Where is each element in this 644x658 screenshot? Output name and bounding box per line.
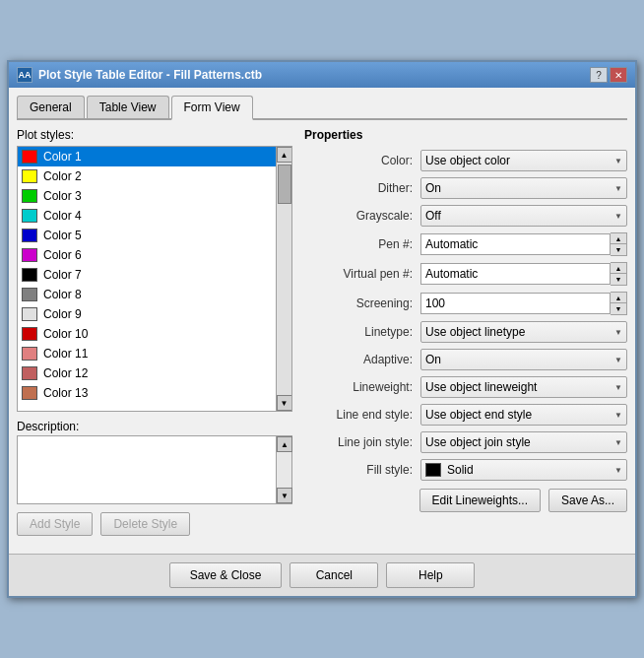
- prop-control: Use object join style▼: [420, 431, 627, 453]
- scroll-down-btn[interactable]: ▼: [277, 395, 292, 411]
- spin-down-btn[interactable]: ▼: [611, 303, 626, 314]
- list-item[interactable]: Color 12: [18, 363, 276, 383]
- list-item[interactable]: Color 6: [18, 245, 276, 265]
- prop-control: Use object end style▼: [420, 404, 627, 426]
- spin-up-btn[interactable]: ▲: [611, 233, 626, 244]
- spinner-input[interactable]: [420, 263, 611, 285]
- bottom-bar: Save & Close Cancel Help: [9, 554, 635, 596]
- spin-up-btn[interactable]: ▲: [611, 293, 626, 303]
- prop-control: Use object linetype▼: [420, 321, 627, 343]
- list-item[interactable]: Color 13: [18, 383, 276, 403]
- color-name: Color 12: [43, 366, 88, 380]
- property-dropdown[interactable]: Use object join style▼: [420, 431, 627, 453]
- color-swatch: [22, 327, 37, 341]
- save-close-button[interactable]: Save & Close: [169, 562, 283, 588]
- spin-down-btn[interactable]: ▼: [611, 274, 626, 285]
- prop-label: Pen #:: [304, 237, 413, 251]
- list-item[interactable]: Color 11: [18, 344, 276, 363]
- scroll-track: [277, 163, 291, 395]
- color-name: Color 8: [43, 288, 82, 301]
- property-dropdown[interactable]: Use object color▼: [420, 150, 627, 171]
- prop-label: Lineweight:: [304, 380, 413, 394]
- list-item[interactable]: Color 10: [18, 324, 276, 344]
- desc-scrollbar: ▲ ▼: [276, 436, 291, 503]
- prop-control: Use object color▼: [420, 150, 627, 171]
- prop-row: Pen #:▲▼: [304, 232, 627, 256]
- fill-style-dropdown[interactable]: Solid▼: [420, 459, 627, 481]
- list-item[interactable]: Color 1: [18, 147, 276, 166]
- color-swatch: [22, 288, 37, 301]
- style-button-row: Add Style Delete Style: [17, 512, 292, 536]
- list-item[interactable]: Color 7: [18, 265, 276, 285]
- spinner-input[interactable]: [420, 233, 611, 255]
- color-name: Color 4: [43, 209, 82, 223]
- spin-up-btn[interactable]: ▲: [611, 263, 626, 274]
- close-btn[interactable]: ✕: [610, 67, 627, 83]
- title-buttons: ? ✕: [590, 67, 627, 83]
- prop-row: Virtual pen #:▲▼: [304, 262, 627, 286]
- help-button[interactable]: Help: [386, 562, 475, 588]
- property-dropdown[interactable]: Use object linetype▼: [420, 321, 627, 343]
- prop-label: Linetype:: [304, 325, 413, 339]
- prop-row: Adaptive:On▼: [304, 349, 627, 370]
- list-item[interactable]: Color 2: [18, 166, 276, 186]
- prop-row: Fill style:Solid▼: [304, 459, 627, 481]
- color-name: Color 6: [43, 248, 82, 262]
- app-icon: AA: [17, 67, 32, 83]
- scroll-up-btn[interactable]: ▲: [277, 147, 292, 163]
- prop-label: Fill style:: [304, 463, 413, 477]
- dropdown-arrow-icon: ▼: [614, 411, 622, 420]
- property-dropdown[interactable]: On▼: [420, 349, 627, 370]
- prop-label: Line join style:: [304, 435, 413, 449]
- save-as-button[interactable]: Save As...: [548, 489, 627, 512]
- description-section: Description: ▲ ▼: [17, 420, 292, 504]
- help-title-btn[interactable]: ?: [590, 67, 608, 83]
- add-style-button[interactable]: Add Style: [17, 512, 93, 536]
- scroll-thumb[interactable]: [278, 164, 291, 204]
- dropdown-value: Use object end style: [425, 408, 532, 422]
- dropdown-arrow-icon: ▼: [614, 383, 622, 392]
- list-item[interactable]: Color 9: [18, 304, 276, 324]
- cancel-button[interactable]: Cancel: [290, 562, 378, 588]
- property-dropdown[interactable]: Use object lineweight▼: [420, 376, 627, 398]
- window-title: Plot Style Table Editor - Fill Patterns.…: [38, 68, 262, 82]
- desc-scroll-down[interactable]: ▼: [277, 488, 292, 503]
- list-item[interactable]: Color 8: [18, 285, 276, 304]
- list-item[interactable]: Color 4: [18, 206, 276, 226]
- property-dropdown[interactable]: Off▼: [420, 205, 627, 227]
- prop-label: Adaptive:: [304, 353, 413, 366]
- prop-control: ▲▼: [420, 232, 627, 256]
- tab-form-view[interactable]: Form View: [171, 96, 253, 120]
- desc-scroll-up[interactable]: ▲: [277, 436, 292, 452]
- tab-general[interactable]: General: [17, 96, 85, 118]
- fill-swatch: [425, 463, 441, 477]
- tab-table-view[interactable]: Table View: [87, 96, 169, 118]
- property-dropdown[interactable]: On▼: [420, 177, 627, 199]
- spinner-input[interactable]: [420, 293, 611, 314]
- list-item[interactable]: Color 3: [18, 186, 276, 206]
- prop-row: Color:Use object color▼: [304, 150, 627, 171]
- dropdown-value: Off: [425, 209, 441, 223]
- plot-styles-label: Plot styles:: [17, 128, 292, 142]
- main-area: Plot styles: Color 1Color 2Color 3Color …: [17, 128, 627, 536]
- prop-label: Virtual pen #:: [304, 267, 413, 281]
- list-item[interactable]: Color 5: [18, 226, 276, 245]
- main-window: AA Plot Style Table Editor - Fill Patter…: [7, 60, 637, 598]
- edit-lineweights-button[interactable]: Edit Lineweights...: [419, 489, 541, 512]
- color-swatch: [22, 248, 37, 262]
- color-swatch: [22, 268, 37, 282]
- property-dropdown[interactable]: Use object end style▼: [420, 404, 627, 426]
- color-name: Color 5: [43, 229, 82, 242]
- color-name: Color 2: [43, 169, 82, 183]
- properties-title: Properties: [304, 128, 627, 142]
- prop-row: Grayscale:Off▼: [304, 205, 627, 227]
- color-swatch: [22, 229, 37, 242]
- prop-control: ▲▼: [420, 292, 627, 315]
- delete-style-button[interactable]: Delete Style: [100, 512, 190, 536]
- color-name: Color 1: [43, 150, 82, 164]
- spin-down-btn[interactable]: ▼: [611, 244, 626, 255]
- fill-style-value: Solid: [447, 463, 474, 477]
- prop-control: Use object lineweight▼: [420, 376, 627, 398]
- prop-row: Linetype:Use object linetype▼: [304, 321, 627, 343]
- prop-control: ▲▼: [420, 262, 627, 286]
